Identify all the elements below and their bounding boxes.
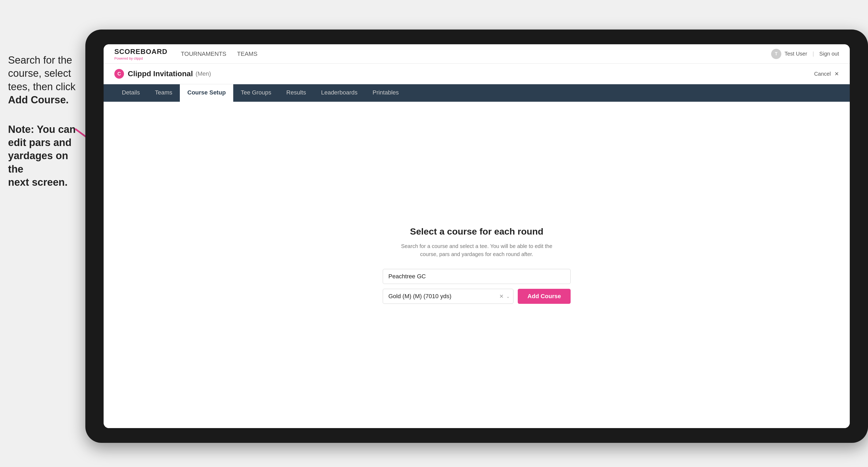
logo-block: SCOREBOARD Powered by clippd — [114, 48, 167, 60]
instructions-block: Search for thecourse, selecttees, then c… — [8, 54, 83, 189]
tee-select[interactable]: Gold (M) (M) (7010 yds) Silver (M) (6500… — [383, 289, 514, 304]
tablet-screen: SCOREBOARD Powered by clippd TOURNAMENTS… — [103, 44, 850, 428]
user-name: Test User — [784, 51, 807, 57]
logo-area: SCOREBOARD Powered by clippd — [114, 48, 167, 60]
tablet-frame: SCOREBOARD Powered by clippd TOURNAMENTS… — [85, 30, 868, 443]
tabs-bar: Details Teams Course Setup Tee Groups Re… — [103, 84, 850, 102]
tab-results[interactable]: Results — [279, 84, 313, 102]
tournament-header: C Clippd Invitational (Men) Cancel ✕ — [103, 64, 850, 84]
logo-sub: Powered by clippd — [114, 56, 167, 60]
tab-course-setup[interactable]: Course Setup — [180, 84, 233, 102]
close-icon: ✕ — [834, 71, 839, 77]
instruction-text: Search for thecourse, selecttees, then c… — [8, 55, 75, 105]
nav-links: TOURNAMENTS TEAMS — [181, 51, 257, 57]
tab-leaderboards[interactable]: Leaderboards — [313, 84, 365, 102]
course-search-input[interactable] — [383, 269, 570, 284]
card-title: Select a course for each round — [410, 226, 544, 237]
nav-right: T Test User | Sign out — [771, 49, 839, 59]
card-subtitle: Search for a course and select a tee. Yo… — [401, 242, 552, 258]
cancel-button[interactable]: Cancel ✕ — [814, 70, 839, 77]
tee-select-wrapper: Gold (M) (M) (7010 yds) Silver (M) (6500… — [383, 289, 514, 304]
tab-details[interactable]: Details — [114, 84, 147, 102]
tournament-name: Clippd Invitational — [128, 69, 193, 78]
add-course-button[interactable]: Add Course — [518, 289, 570, 304]
nav-teams[interactable]: TEAMS — [237, 51, 257, 57]
nav-tournaments[interactable]: TOURNAMENTS — [181, 51, 226, 57]
tee-select-row: Gold (M) (M) (7010 yds) Silver (M) (6500… — [383, 289, 570, 304]
tab-tee-groups[interactable]: Tee Groups — [233, 84, 279, 102]
tournament-type: (Men) — [196, 70, 211, 77]
main-content: Select a course for each round Search fo… — [103, 102, 850, 428]
nav-pipe: | — [812, 51, 814, 57]
course-select-card: Select a course for each round Search fo… — [356, 226, 597, 304]
top-nav: SCOREBOARD Powered by clippd TOURNAMENTS… — [103, 44, 850, 64]
chevron-down-icon: ⌄ — [506, 293, 510, 299]
tab-printables[interactable]: Printables — [365, 84, 406, 102]
logo-text: SCOREBOARD — [114, 48, 167, 56]
sign-out-link[interactable]: Sign out — [819, 51, 839, 57]
tee-clear-icon[interactable]: ✕ — [499, 293, 504, 300]
note-text: Note: You can edit pars and yardages on … — [8, 123, 83, 189]
tab-teams[interactable]: Teams — [147, 84, 180, 102]
tournament-icon: C — [114, 69, 124, 79]
user-avatar: T — [771, 49, 781, 59]
